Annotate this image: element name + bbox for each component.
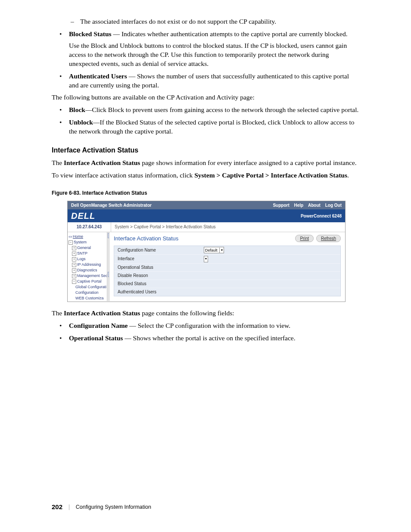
ui-main: Interface Activation Status Print Refres… xyxy=(109,232,345,302)
plus-icon[interactable]: + xyxy=(72,268,76,273)
label-interface: Interface xyxy=(118,256,204,262)
label-config-name: Configuration Name xyxy=(118,247,204,253)
unblock-text: —If the Blocked Status of the selected c… xyxy=(69,118,354,135)
headbar-title: Dell OpenManage Switch Administrator xyxy=(71,202,152,208)
ui-screenshot: Dell OpenManage Switch Administrator Sup… xyxy=(67,201,346,302)
plus-icon[interactable]: + xyxy=(72,257,76,261)
ui-brandbar: DELL PowerConnect 6248 xyxy=(68,209,345,222)
row-auth-users: Authenticated Users xyxy=(114,288,340,296)
scrollbar[interactable] xyxy=(107,232,109,301)
refresh-button[interactable]: Refresh xyxy=(316,235,341,243)
ias-p1b: Interface Activation Status xyxy=(64,159,140,166)
label-disable-reason: Disable Reason xyxy=(118,273,204,279)
select-value: Default xyxy=(205,248,218,253)
post-fig-a: The xyxy=(52,309,64,317)
cfg-name-text: — Select the CP configuration with the i… xyxy=(128,322,290,329)
link-help[interactable]: Help xyxy=(294,203,304,208)
tree-web-customize[interactable]: WEB Customiza xyxy=(75,296,104,300)
ui-crumbs: 10.27.64.243 System > Captive Portal > I… xyxy=(68,222,345,232)
tree-sntp[interactable]: SNTP xyxy=(77,251,87,255)
ui-body: ▭Home −System +General +SNTP +Logs +IP A… xyxy=(68,232,345,302)
blocked-status-label: Blocked Status xyxy=(69,30,112,37)
ias-p2: To view interface activation status info… xyxy=(52,171,359,180)
sub-bullet: The associated interfaces do not exist o… xyxy=(80,17,359,26)
ias-p1: The Interface Activation Status page sho… xyxy=(52,159,359,168)
block-label: Block xyxy=(69,106,85,113)
tree-ip-addressing[interactable]: IP Addressing xyxy=(77,262,101,267)
ui-headbar: Dell OpenManage Switch Administrator Sup… xyxy=(68,201,345,210)
link-support[interactable]: Support xyxy=(273,203,289,208)
tree-captive-portal[interactable]: Captive Portal xyxy=(77,279,102,283)
block-text: —Click Block to prevent users from gaini… xyxy=(85,106,358,113)
minus-icon[interactable]: − xyxy=(68,240,73,245)
ias-p2c: . xyxy=(347,171,349,179)
tree-global-config[interactable]: Global Configurati xyxy=(75,285,106,289)
section-heading: Interface Activation Status xyxy=(52,146,359,155)
page-title: Interface Activation Status xyxy=(114,235,178,243)
body-text: The associated interfaces do not exist o… xyxy=(52,17,359,343)
ias-p2b: System > Captive Portal > Interface Acti… xyxy=(194,171,347,179)
minus-icon[interactable]: − xyxy=(72,280,76,284)
plus-icon[interactable]: + xyxy=(72,246,76,250)
bullet-block: Block—Click Block to prevent users from … xyxy=(69,106,359,115)
bullet-config-name: Configuration Name — Select the CP confi… xyxy=(69,321,359,330)
nav-tree[interactable]: ▭Home −System +General +SNTP +Logs +IP A… xyxy=(68,232,109,301)
blocked-status-text: — Indicates whether authentication attem… xyxy=(112,30,348,37)
bullet-blocked-status: Blocked Status — Indicates whether authe… xyxy=(69,30,359,68)
label-op-status: Operational Status xyxy=(118,264,204,271)
cfg-name-label: Configuration Name xyxy=(69,322,128,329)
bullet-op-status: Operational Status — Shows whether the p… xyxy=(69,334,359,343)
breadcrumb: System > Captive Portal > Interface Acti… xyxy=(111,222,345,232)
ias-p1c: page shows information for every interfa… xyxy=(140,159,356,166)
chevron-down-icon: ▾ xyxy=(219,248,223,253)
post-fig-para: The Interface Activation Status page con… xyxy=(52,309,359,318)
row-blocked-status: Blocked Status xyxy=(114,280,340,288)
bullet-auth-users: Authenticated Users — Shows the number o… xyxy=(69,72,359,90)
form-panel: Configuration Name Default ▾ Interface xyxy=(114,246,341,296)
tree-general[interactable]: General xyxy=(77,246,91,250)
post-fig-b: Interface Activation Status xyxy=(64,309,140,317)
chevron-down-icon: ▾ xyxy=(205,256,207,261)
label-blocked-status: Blocked Status xyxy=(118,281,204,287)
unblock-label: Unblock xyxy=(69,118,93,126)
page-footer: 202 | Configuring System Information xyxy=(52,503,151,510)
buttons-intro: The following buttons are available on t… xyxy=(52,93,359,102)
tree-logs[interactable]: Logs xyxy=(77,257,86,261)
row-op-status: Operational Status xyxy=(114,264,340,272)
link-logout[interactable]: Log Out xyxy=(325,203,342,208)
book-icon: ▭ xyxy=(68,234,73,240)
tree-home[interactable]: Home xyxy=(73,234,83,239)
tree-diagnostics[interactable]: Diagnostics xyxy=(77,268,97,272)
headbar-links: Support Help About Log Out xyxy=(269,202,342,208)
row-disable-reason: Disable Reason xyxy=(114,272,340,280)
label-auth-users: Authenticated Users xyxy=(118,289,204,295)
row-interface: Interface ▾ xyxy=(114,255,340,264)
plus-icon[interactable]: + xyxy=(72,252,76,256)
bullet-unblock: Unblock—If the Blocked Status of the sel… xyxy=(69,118,359,136)
figure-caption: Figure 6-83. Interface Activation Status xyxy=(52,190,359,196)
op-status-text: — Shows whether the portal is active on … xyxy=(123,334,295,342)
post-fig-c: page contains the following fields: xyxy=(140,309,234,317)
footer-divider: | xyxy=(68,504,70,510)
tree-mgmt-security[interactable]: Management Securi xyxy=(77,274,109,278)
auth-users-label: Authenticated Users xyxy=(69,72,127,80)
ip-label: 10.27.64.243 xyxy=(68,222,111,232)
tree-configuration[interactable]: Configuration xyxy=(75,290,99,295)
select-interface[interactable]: ▾ xyxy=(204,256,208,262)
ias-p1a: The xyxy=(52,159,64,166)
blocked-status-extra: Use the Block and Unblock buttons to con… xyxy=(69,41,359,68)
tree-system[interactable]: System xyxy=(74,240,87,244)
link-about[interactable]: About xyxy=(308,203,321,208)
print-button[interactable]: Print xyxy=(295,235,314,243)
ias-p2a: To view interface activation status info… xyxy=(52,171,194,179)
plus-icon[interactable]: + xyxy=(72,274,76,278)
model-label: PowerConnect 6248 xyxy=(301,213,342,219)
op-status-label: Operational Status xyxy=(69,334,123,342)
dell-logo: DELL xyxy=(71,210,95,222)
page-number: 202 xyxy=(52,503,62,510)
plus-icon[interactable]: + xyxy=(72,263,76,267)
row-config-name: Configuration Name Default ▾ xyxy=(114,246,340,255)
section-title: Configuring System Information xyxy=(76,504,151,510)
select-config-name[interactable]: Default ▾ xyxy=(204,247,224,253)
